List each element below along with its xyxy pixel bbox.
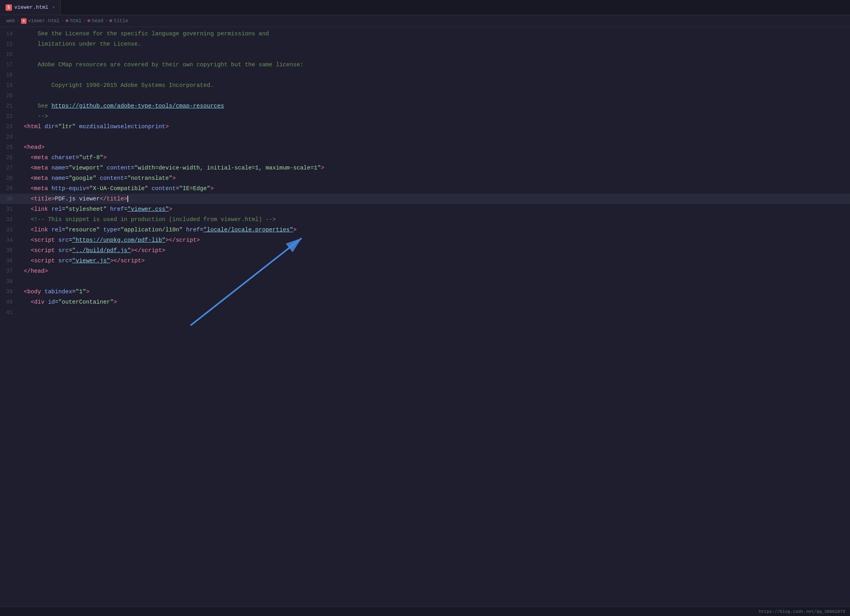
status-url: https://blog.csdn.net/qq_38062875 bbox=[759, 609, 845, 614]
line-content: <div id="outerContainer"> bbox=[21, 297, 850, 307]
breadcrumb-head-icon: ⊙ bbox=[87, 18, 90, 24]
line-number: 30 bbox=[0, 194, 21, 204]
breadcrumb: web › 5 viewer.html › ⊙ html › ⊙ head › … bbox=[0, 15, 850, 27]
line-number: 25 bbox=[0, 142, 21, 152]
line-number: 38 bbox=[0, 276, 21, 287]
code-line: 38 bbox=[0, 276, 850, 287]
tab-file-icon: 5 bbox=[6, 4, 12, 11]
code-line: 18 bbox=[0, 70, 850, 80]
line-content: limitations under the License. bbox=[21, 39, 850, 49]
line-number: 20 bbox=[0, 90, 21, 101]
breadcrumb-head: head bbox=[92, 18, 104, 24]
code-line: 30 <title>PDF.js viewer</title> bbox=[0, 194, 850, 204]
line-number: 23 bbox=[0, 121, 21, 132]
line-content: See the License for the specific languag… bbox=[21, 29, 850, 39]
line-number: 24 bbox=[0, 132, 21, 142]
code-line: 24 bbox=[0, 132, 850, 142]
line-number: 35 bbox=[0, 245, 21, 256]
line-content: <html dir="ltr" mozdisallowselectionprin… bbox=[21, 121, 850, 132]
line-number: 17 bbox=[0, 60, 21, 70]
line-number: 22 bbox=[0, 111, 21, 121]
code-line: 31 <link rel="stylesheet" href="viewer.c… bbox=[0, 204, 850, 214]
tab-close-button[interactable]: × bbox=[52, 5, 55, 10]
line-number: 26 bbox=[0, 152, 21, 163]
line-number: 33 bbox=[0, 225, 21, 235]
code-line: 36 <script src="viewer.js"></script> bbox=[0, 256, 850, 266]
code-line: 20 bbox=[0, 90, 850, 101]
line-content: </head> bbox=[21, 266, 850, 276]
code-editor[interactable]: 14 See the License for the specific lang… bbox=[0, 27, 850, 606]
line-number: 27 bbox=[0, 163, 21, 173]
code-line: 21 See https://github.com/adobe-type-too… bbox=[0, 101, 850, 111]
line-number: 37 bbox=[0, 266, 21, 276]
line-content: <meta name="google" content="notranslate… bbox=[21, 173, 850, 183]
code-line: 34 <script src="https://unpkg.com/pdf-li… bbox=[0, 235, 850, 245]
code-line: 29 <meta http-equiv="X-UA-Compatible" co… bbox=[0, 183, 850, 194]
code-line: 33 <link rel="resource" type="applicatio… bbox=[0, 225, 850, 235]
line-content: <!-- This snippet is used in production … bbox=[21, 214, 850, 225]
breadcrumb-sep-1: › bbox=[17, 18, 19, 24]
line-number: 41 bbox=[0, 307, 21, 318]
line-content: --> bbox=[21, 111, 850, 121]
line-number: 31 bbox=[0, 204, 21, 214]
breadcrumb-file-icon: 5 bbox=[21, 18, 27, 24]
code-line: 39<body tabindex="1"> bbox=[0, 287, 850, 297]
breadcrumb-web: web bbox=[6, 18, 15, 24]
line-number: 28 bbox=[0, 173, 21, 183]
line-content: Adobe CMap resources are covered by thei… bbox=[21, 60, 850, 70]
code-line: 26 <meta charset="utf-8"> bbox=[0, 152, 850, 163]
breadcrumb-sep-2: › bbox=[61, 18, 64, 24]
line-content: <meta charset="utf-8"> bbox=[21, 152, 850, 163]
code-line: 15 limitations under the License. bbox=[0, 39, 850, 49]
tab-bar: 5 viewer.html × bbox=[0, 0, 850, 15]
line-number: 16 bbox=[0, 49, 21, 60]
line-content: <script src="viewer.js"></script> bbox=[21, 256, 850, 266]
breadcrumb-title: title bbox=[114, 18, 128, 24]
line-number: 29 bbox=[0, 183, 21, 194]
line-number: 14 bbox=[0, 29, 21, 39]
breadcrumb-sep-4: › bbox=[105, 18, 108, 24]
code-line: 37</head> bbox=[0, 266, 850, 276]
viewer-html-tab[interactable]: 5 viewer.html × bbox=[0, 0, 61, 15]
status-bar: https://blog.csdn.net/qq_38062875 bbox=[0, 606, 850, 616]
line-content: Copyright 1990-2015 Adobe Systems Incorp… bbox=[21, 80, 850, 90]
line-content: <title>PDF.js viewer</title> bbox=[21, 194, 850, 204]
line-number: 21 bbox=[0, 101, 21, 111]
line-content: <link rel="resource" type="application/l… bbox=[21, 225, 850, 235]
code-line: 40 <div id="outerContainer"> bbox=[0, 297, 850, 307]
line-number: 15 bbox=[0, 39, 21, 49]
breadcrumb-file: viewer.html bbox=[28, 18, 60, 24]
breadcrumb-html-icon: ⊙ bbox=[65, 18, 68, 24]
line-number: 40 bbox=[0, 297, 21, 307]
line-content: <script src="../build/pdf.js"></script> bbox=[21, 245, 850, 256]
line-content: <body tabindex="1"> bbox=[21, 287, 850, 297]
code-line: 23<html dir="ltr" mozdisallowselectionpr… bbox=[0, 121, 850, 132]
line-number: 36 bbox=[0, 256, 21, 266]
code-line: 17 Adobe CMap resources are covered by t… bbox=[0, 60, 850, 70]
code-line: 16 bbox=[0, 49, 850, 60]
code-line: 22 --> bbox=[0, 111, 850, 121]
line-number: 18 bbox=[0, 70, 21, 80]
code-line: 25<head> bbox=[0, 142, 850, 152]
code-line: 35 <script src="../build/pdf.js"></scrip… bbox=[0, 245, 850, 256]
code-line: 41 bbox=[0, 307, 850, 318]
line-content: <meta name="viewport" content="width=dev… bbox=[21, 163, 850, 173]
breadcrumb-title-icon: ⊙ bbox=[110, 18, 112, 24]
code-line: 28 <meta name="google" content="notransl… bbox=[0, 173, 850, 183]
code-line: 27 <meta name="viewport" content="width=… bbox=[0, 163, 850, 173]
line-content: <meta http-equiv="X-UA-Compatible" conte… bbox=[21, 183, 850, 194]
line-content: <head> bbox=[21, 142, 850, 152]
code-line: 19 Copyright 1990-2015 Adobe Systems Inc… bbox=[0, 80, 850, 90]
tab-filename: viewer.html bbox=[14, 4, 48, 10]
breadcrumb-sep-3: › bbox=[83, 18, 86, 24]
code-line: 14 See the License for the specific lang… bbox=[0, 29, 850, 39]
code-line: 32 <!-- This snippet is used in producti… bbox=[0, 214, 850, 225]
line-number: 39 bbox=[0, 287, 21, 297]
line-content: See https://github.com/adobe-type-tools/… bbox=[21, 101, 850, 111]
line-content: <script src="https://unpkg.com/pdf-lib">… bbox=[21, 235, 850, 245]
line-number: 34 bbox=[0, 235, 21, 245]
breadcrumb-html: html bbox=[70, 18, 81, 24]
line-number: 19 bbox=[0, 80, 21, 90]
line-number: 32 bbox=[0, 214, 21, 225]
line-content: <link rel="stylesheet" href="viewer.css"… bbox=[21, 204, 850, 214]
